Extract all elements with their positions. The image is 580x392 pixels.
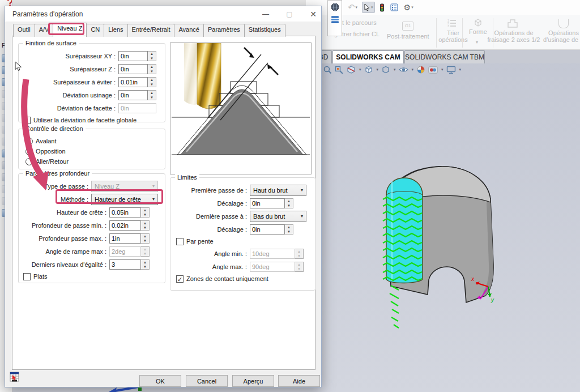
field-label: Profondeur passe max. : xyxy=(19,235,109,242)
field-label: Angle max. : xyxy=(170,263,250,270)
checkbox-label: Zones de contact uniquement xyxy=(186,275,268,282)
part-model[interactable]: x y xyxy=(317,63,580,392)
cam-ribbon: ut le parcours gistrer fichier CL G1 Pos… xyxy=(313,16,580,49)
group-title: Contrôle de direction xyxy=(23,125,86,132)
spinner[interactable]: ▲▼ xyxy=(141,259,150,270)
profondeur-max-input[interactable]: 1in xyxy=(109,233,141,244)
ok-button[interactable]: OK xyxy=(139,375,181,387)
methode-combo[interactable]: Hauteur de crête▾ xyxy=(91,194,158,205)
decalage2-input[interactable]: 0in xyxy=(250,224,285,235)
tab-cn[interactable]: CN xyxy=(86,24,104,37)
post-process-icon: G1 xyxy=(402,22,413,31)
checkbox-label: Plats xyxy=(33,273,47,280)
facette-globale-checkbox[interactable] xyxy=(23,117,31,124)
tab-niveau-z[interactable]: Niveau Z xyxy=(53,23,87,36)
field-label: Type de passe : xyxy=(19,183,91,190)
group-title: Limites xyxy=(175,174,199,181)
field-label: Surépaisseur XY : xyxy=(19,53,118,59)
field-label: Première passe de : xyxy=(170,187,250,194)
aide-button[interactable]: Aide xyxy=(278,375,320,387)
minimize-icon[interactable]: — xyxy=(261,10,270,18)
gear-icon[interactable]: ⚙▾ xyxy=(403,2,415,13)
floating-mini-toolbar xyxy=(327,0,342,36)
derniere-passe-combo[interactable]: Bas du brut▾ xyxy=(250,211,306,222)
radio-opposition[interactable] xyxy=(25,148,33,155)
spinner[interactable]: ▲▼ xyxy=(141,220,150,231)
group-finition-de-surface: Finition de surface Surépaisseur XY :0in… xyxy=(18,43,165,122)
spinner[interactable]: ▲▼ xyxy=(148,90,156,100)
forme-icon xyxy=(473,18,483,27)
tab-entree-retrait[interactable]: Entrée/Retrait xyxy=(127,24,175,37)
hauteur-crete-input[interactable]: 0.05in xyxy=(109,207,141,218)
tab-solidworks-cam-tbm[interactable]: SOLIDWORKS CAM TBM xyxy=(404,50,485,63)
usinage-icon xyxy=(558,19,569,28)
deviation-usinage-input[interactable]: 0in xyxy=(118,90,148,100)
scallop-preview-image xyxy=(170,42,312,174)
ribbon-item-simuler-parcours[interactable]: ut le parcours xyxy=(339,19,377,26)
select-cursor-icon[interactable]: ▾ xyxy=(362,2,375,13)
spinner[interactable]: ▲▼ xyxy=(285,198,293,208)
dialog-titlebar[interactable]: Paramètres d'opération — ▢ ✕ xyxy=(5,6,321,22)
tab-avance[interactable]: Avancé xyxy=(174,24,204,37)
spinner[interactable]: ▲▼ xyxy=(148,64,156,74)
fraisage-icon xyxy=(508,19,518,28)
layers-icon[interactable] xyxy=(331,16,339,23)
radio-label: Avalant xyxy=(36,138,57,144)
checkbox-label: Par pente xyxy=(186,238,214,245)
decalage1-input[interactable]: 0in xyxy=(250,198,285,208)
forme-dropdown-icon[interactable]: ▾ xyxy=(476,40,478,45)
niveaux-egalite-input[interactable]: 3 xyxy=(109,259,141,270)
traffic-light-icon[interactable] xyxy=(378,2,386,13)
table-drag-icon[interactable] xyxy=(10,372,21,382)
surepaisseur-xy-input[interactable]: 0in xyxy=(118,51,148,61)
group-title: Paramètres profondeur xyxy=(23,170,92,177)
sort-operations-icon: 123 xyxy=(447,19,457,27)
undo-icon[interactable]: ↶▾ xyxy=(347,2,359,13)
field-label: Méthode : xyxy=(19,196,91,203)
tab-parametres[interactable]: Paramètres xyxy=(203,24,245,37)
zones-contact-checkbox[interactable]: ✓ xyxy=(176,275,184,283)
spinner[interactable]: ▲▼ xyxy=(148,51,156,61)
field-label: Hauteur de crête : xyxy=(19,209,109,216)
par-pente-checkbox[interactable] xyxy=(176,238,184,245)
apercu-button[interactable]: Aperçu xyxy=(232,375,274,387)
cancel-button[interactable]: Cancel xyxy=(186,375,228,387)
maximize-icon[interactable]: ▢ xyxy=(285,10,294,18)
spinner[interactable]: ▲▼ xyxy=(148,77,156,87)
surepaisseur-eviter-input[interactable]: 0.01in xyxy=(118,77,148,87)
ribbon-item-post-traitement[interactable]: Post-traitement xyxy=(387,33,429,40)
ribbon-item-operations-usinage[interactable]: Opérations d'usinage de tr xyxy=(538,29,580,43)
close-icon[interactable]: ✕ xyxy=(309,10,318,19)
field-label: Angle min. : xyxy=(170,250,250,257)
group-parametres-profondeur: Paramètres profondeur Type de passe :Niv… xyxy=(18,173,165,283)
field-label: Surépaisseur à éviter : xyxy=(19,79,118,86)
spinner[interactable]: ▲▼ xyxy=(141,233,150,244)
globe-icon[interactable] xyxy=(331,3,339,11)
gold-end-mill xyxy=(197,43,221,109)
ribbon-item-operations-fraisage[interactable]: Opérations de fraisage 2 axes 1/2 xyxy=(483,29,545,43)
tab-outil[interactable]: Outil xyxy=(13,24,35,37)
svg-text:x: x xyxy=(471,276,475,282)
tab-page-niveau-z: Finition de surface Surépaisseur XY :0in… xyxy=(12,36,315,370)
premiere-passe-combo[interactable]: Haut du brut▾ xyxy=(250,185,306,196)
radio-label: Opposition xyxy=(36,148,66,155)
plats-checkbox[interactable] xyxy=(23,273,31,280)
spinner[interactable]: ▲▼ xyxy=(141,207,150,218)
group-limites: Limites Première passe de :Haut du brut▾… xyxy=(170,177,315,291)
tab-liens[interactable]: Liens xyxy=(104,24,127,37)
profondeur-min-input[interactable]: 0.02in xyxy=(109,220,141,231)
angle-max-input: 90deg xyxy=(250,262,295,272)
svg-text:y: y xyxy=(491,297,494,303)
tab-av[interactable]: A/V xyxy=(35,24,54,37)
operation-parameters-dialog: Paramètres d'opération — ▢ ✕ Outil A/V N… xyxy=(5,6,322,387)
radio-avalant[interactable] xyxy=(25,138,33,145)
svg-text:3: 3 xyxy=(447,24,449,27)
tab-solidworks-cam[interactable]: SOLIDWORKS CAM xyxy=(332,50,404,63)
field-label: Déviation usinage : xyxy=(19,92,118,99)
surepaisseur-z-input[interactable]: 0in xyxy=(118,64,148,74)
tab-statistiques[interactable]: Statistiques xyxy=(244,24,285,37)
properties-list-icon[interactable] xyxy=(389,2,399,13)
spinner[interactable]: ▲▼ xyxy=(285,224,293,235)
radio-aller-retour[interactable] xyxy=(25,158,33,165)
field-label: Déviation de facette : xyxy=(19,105,118,112)
